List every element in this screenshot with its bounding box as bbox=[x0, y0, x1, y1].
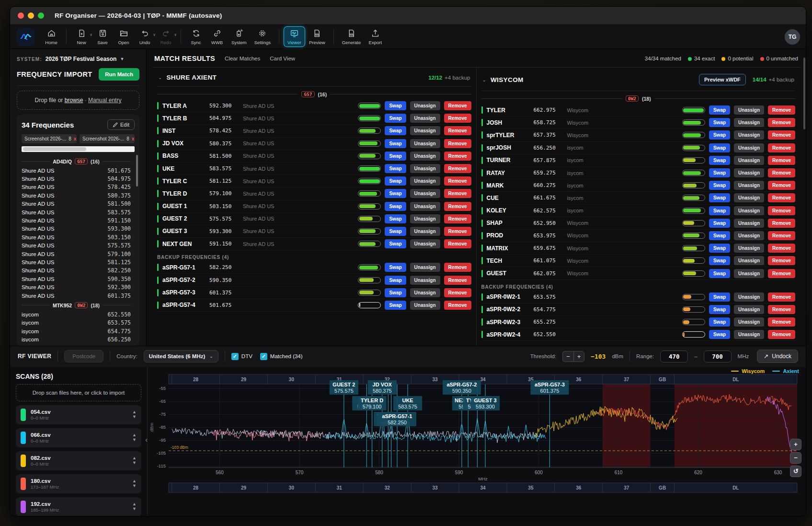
unassign-button[interactable]: Unassign bbox=[410, 189, 440, 198]
unassign-button[interactable]: Unassign bbox=[734, 330, 764, 339]
frequency-list-row[interactable]: isycom654.775 bbox=[22, 327, 131, 335]
swap-button[interactable]: Swap bbox=[709, 156, 730, 165]
toolbar-settings-button[interactable]: Settings bbox=[251, 27, 274, 47]
threshold-minus-button[interactable]: − bbox=[562, 351, 573, 362]
toolbar-open-button[interactable]: Open bbox=[114, 27, 134, 47]
remove-button[interactable]: Remove bbox=[768, 292, 795, 302]
close-window-button[interactable] bbox=[18, 12, 24, 19]
frequency-list-row[interactable]: Shure AD US590.350 bbox=[22, 275, 131, 283]
remove-button[interactable]: Remove bbox=[444, 214, 471, 223]
swap-button[interactable]: Swap bbox=[709, 181, 730, 190]
unassign-button[interactable]: Unassign bbox=[410, 288, 440, 297]
scan-color-swatch[interactable] bbox=[21, 432, 26, 444]
remove-button[interactable]: Remove bbox=[444, 152, 471, 161]
frequency-list-row[interactable]: Shure AD US601.375 bbox=[22, 292, 131, 300]
swap-button[interactable]: Swap bbox=[385, 126, 406, 135]
browse-link[interactable]: browse bbox=[65, 97, 83, 104]
unassign-button[interactable]: Unassign bbox=[734, 244, 764, 253]
toolbar-viewer-button[interactable]: Viewer bbox=[284, 27, 305, 47]
swap-button[interactable]: Swap bbox=[385, 176, 406, 186]
toolbar-preview-button[interactable]: WDFPreview bbox=[306, 27, 329, 47]
swap-button[interactable]: Swap bbox=[709, 305, 730, 314]
unassign-button[interactable]: Unassign bbox=[734, 292, 764, 302]
unassign-button[interactable]: Unassign bbox=[410, 114, 440, 123]
reorder-arrows[interactable]: ▲▼ bbox=[132, 479, 137, 488]
unassign-button[interactable]: Unassign bbox=[410, 227, 440, 236]
unassign-button[interactable]: Unassign bbox=[410, 301, 440, 310]
remove-button[interactable]: Remove bbox=[444, 227, 471, 236]
remove-button[interactable]: Remove bbox=[768, 269, 795, 278]
frequency-list-row[interactable]: Shure AD US503.150 bbox=[22, 233, 131, 241]
unassign-button[interactable]: Unassign bbox=[410, 164, 440, 173]
range-to-input[interactable]: 700 bbox=[704, 351, 732, 362]
collapse-section-chevron[interactable]: ⌄ bbox=[482, 77, 486, 82]
remove-button[interactable]: Remove bbox=[768, 156, 795, 165]
checkbox-dtv[interactable]: ✓DTV bbox=[231, 353, 252, 360]
scan-file-item[interactable]: 180.csv173–187 MHz▲▼ bbox=[16, 474, 141, 493]
chevron-down-icon[interactable]: ∨ bbox=[174, 33, 177, 37]
swap-button[interactable]: Swap bbox=[709, 256, 730, 265]
run-match-button[interactable]: Run Match bbox=[99, 68, 139, 81]
swap-button[interactable]: Swap bbox=[385, 301, 406, 310]
remove-button[interactable]: Remove bbox=[768, 244, 795, 253]
swap-button[interactable]: Swap bbox=[385, 152, 406, 161]
range-from-input[interactable]: 470 bbox=[660, 351, 688, 362]
unassign-button[interactable]: Unassign bbox=[734, 130, 764, 140]
toolbar-export-button[interactable]: Export bbox=[365, 27, 385, 47]
remove-button[interactable]: Remove bbox=[444, 164, 471, 173]
imported-file-chip[interactable]: Screenshot 2026-...8x bbox=[22, 134, 77, 143]
clear-matches-button[interactable]: Clear Matches bbox=[225, 56, 260, 61]
unassign-button[interactable]: Unassign bbox=[410, 152, 440, 161]
unassign-button[interactable]: Unassign bbox=[734, 231, 764, 240]
horizontal-scrollbar[interactable] bbox=[22, 146, 135, 152]
list-scrollbar[interactable] bbox=[136, 155, 138, 187]
frequency-list-row[interactable]: Shure AD US591.150 bbox=[22, 216, 131, 224]
swap-button[interactable]: Swap bbox=[385, 189, 406, 198]
unassign-button[interactable]: Unassign bbox=[734, 206, 764, 215]
spectrum-plot[interactable]: -103 dBm28293031323334353637GBDL28293031… bbox=[148, 374, 806, 499]
minimize-window-button[interactable] bbox=[28, 12, 34, 19]
remove-button[interactable]: Remove bbox=[444, 239, 471, 248]
swap-button[interactable]: Swap bbox=[709, 292, 730, 302]
remove-button[interactable]: Remove bbox=[444, 189, 471, 198]
swap-button[interactable]: Swap bbox=[385, 276, 406, 285]
swap-button[interactable]: Swap bbox=[709, 118, 730, 127]
remove-button[interactable]: Remove bbox=[444, 126, 471, 135]
unassign-button[interactable]: Unassign bbox=[410, 176, 440, 186]
toolbar-undo-button[interactable]: Undo∨ bbox=[135, 27, 155, 47]
swap-button[interactable]: Swap bbox=[709, 105, 730, 115]
toolbar-generate-button[interactable]: WDFGenerate bbox=[339, 27, 365, 47]
edit-frequencies-button[interactable]: Edit bbox=[107, 119, 135, 130]
remove-button[interactable]: Remove bbox=[768, 317, 795, 327]
country-select[interactable]: United States (6 MHz)⌄ bbox=[144, 350, 218, 362]
swap-button[interactable]: Swap bbox=[385, 288, 406, 297]
unassign-button[interactable]: Unassign bbox=[734, 118, 764, 127]
scan-drop-zone[interactable]: Drop scan files here, or click to import bbox=[16, 384, 141, 401]
scan-file-item[interactable]: 054.csv0–0 MHz▲▼ bbox=[16, 405, 141, 424]
frequency-list-row[interactable]: Shure AD US593.300 bbox=[22, 225, 131, 233]
swap-button[interactable]: Swap bbox=[385, 227, 406, 236]
frequency-list-row[interactable]: Shure AD US580.375 bbox=[22, 191, 131, 199]
unassign-button[interactable]: Unassign bbox=[734, 219, 764, 228]
scrollbar-thumb[interactable] bbox=[23, 147, 86, 151]
scan-file-item[interactable]: 192.csv185–199 MHz▲▼ bbox=[16, 497, 141, 516]
frequency-list-row[interactable]: Shure AD US501.675 bbox=[22, 166, 131, 175]
frequency-list-row[interactable]: Shure AD US504.975 bbox=[22, 175, 131, 183]
frequency-list-row[interactable]: Shure AD US583.575 bbox=[22, 208, 131, 216]
toolbar-system-button[interactable]: System bbox=[228, 27, 250, 47]
reorder-arrows[interactable]: ▲▼ bbox=[132, 410, 137, 419]
remove-button[interactable]: Remove bbox=[444, 276, 471, 285]
unassign-button[interactable]: Unassign bbox=[734, 305, 764, 314]
swap-button[interactable]: Swap bbox=[385, 214, 406, 223]
unassign-button[interactable]: Unassign bbox=[410, 263, 440, 272]
remove-button[interactable]: Remove bbox=[768, 181, 795, 190]
remove-button[interactable]: Remove bbox=[768, 206, 795, 215]
unassign-button[interactable]: Unassign bbox=[734, 269, 764, 278]
postcode-button[interactable]: Postcode bbox=[64, 350, 103, 362]
unassign-button[interactable]: Unassign bbox=[734, 156, 764, 165]
file-drop-zone[interactable]: Drop file or browse · Manual entry bbox=[17, 91, 139, 110]
remove-button[interactable]: Remove bbox=[768, 231, 795, 240]
swap-button[interactable]: Swap bbox=[709, 269, 730, 278]
remove-button[interactable]: Remove bbox=[768, 143, 795, 152]
unassign-button[interactable]: Unassign bbox=[410, 126, 440, 135]
